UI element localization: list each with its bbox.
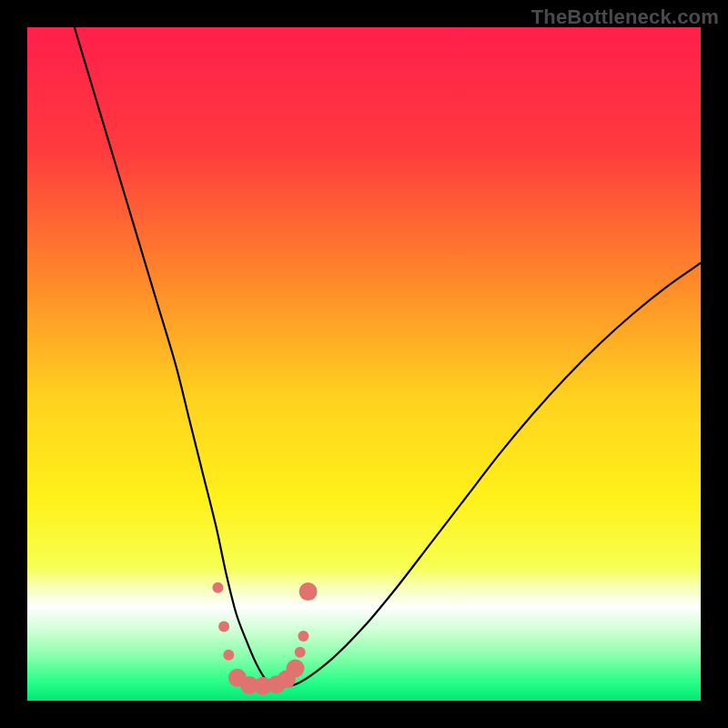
trough-marker [223, 650, 234, 661]
plot-area [27, 27, 701, 701]
trough-marker [299, 582, 318, 601]
chart-frame: TheBottleneck.com [0, 0, 728, 728]
gradient-background [27, 27, 701, 701]
trough-marker [218, 622, 229, 632]
bottleneck-chart [27, 27, 701, 701]
watermark-text: TheBottleneck.com [531, 5, 719, 29]
trough-marker [212, 582, 223, 593]
trough-marker [287, 659, 305, 677]
trough-marker [298, 631, 308, 642]
trough-marker [295, 647, 306, 658]
